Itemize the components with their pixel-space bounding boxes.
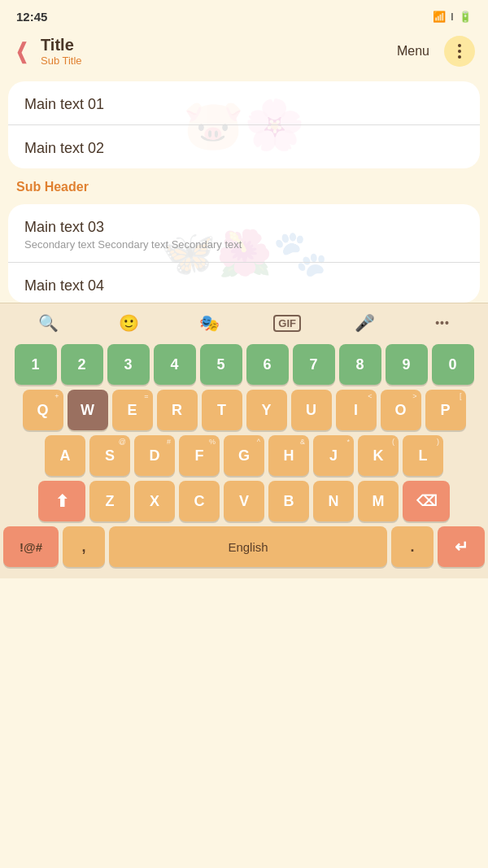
status-icons: 📶 Ⅰ 🔋: [433, 11, 472, 23]
key-o[interactable]: >O: [381, 390, 421, 430]
key-8[interactable]: 8: [339, 344, 381, 385]
key-y[interactable]: Y: [246, 390, 287, 430]
key-k[interactable]: (K: [358, 435, 399, 476]
key-r[interactable]: R: [157, 390, 198, 430]
list-item-3[interactable]: Main text 03 Secondary text Secondary te…: [8, 204, 480, 263]
key-t[interactable]: T: [202, 390, 242, 430]
emoji-toolbar-icon[interactable]: 🙂: [112, 310, 146, 336]
key-4[interactable]: 4: [154, 344, 196, 385]
overflow-menu-button[interactable]: [444, 36, 475, 67]
sub-header-label: Sub Header: [16, 180, 89, 194]
key-e[interactable]: =E: [112, 390, 153, 430]
key-1[interactable]: 1: [15, 344, 57, 385]
key-s[interactable]: @S: [89, 435, 130, 476]
key-j[interactable]: *J: [313, 435, 354, 476]
key-g[interactable]: ^G: [224, 435, 264, 476]
number-row: 1 2 3 4 5 6 7 8 9 0: [3, 344, 485, 385]
key-2[interactable]: 2: [61, 344, 103, 385]
back-button[interactable]: ❮: [15, 41, 28, 62]
key-m[interactable]: M: [358, 481, 399, 521]
key-9[interactable]: 9: [386, 344, 428, 385]
sticker-toolbar-icon[interactable]: 🎭: [193, 310, 226, 336]
key-a[interactable]: A: [45, 435, 85, 476]
key-u[interactable]: U: [291, 390, 332, 430]
key-f[interactable]: %F: [179, 435, 220, 476]
shift-key[interactable]: ⬆: [38, 481, 85, 521]
key-3[interactable]: 3: [107, 344, 150, 385]
key-6[interactable]: 6: [246, 344, 289, 385]
comma-key[interactable]: ,: [63, 526, 105, 567]
key-q[interactable]: +Q: [23, 390, 63, 430]
title-group: Title Sub Title: [41, 36, 387, 67]
key-n[interactable]: N: [313, 481, 354, 521]
gif-toolbar-button[interactable]: GIF: [273, 315, 301, 332]
key-z[interactable]: Z: [89, 481, 130, 521]
zxcv-row: ⬆ Z X C V B N M ⌫: [3, 481, 485, 521]
key-h[interactable]: &H: [268, 435, 309, 476]
top-bar: ❮ Title Sub Title Menu: [0, 29, 488, 78]
key-b[interactable]: B: [268, 481, 309, 521]
period-key[interactable]: .: [391, 526, 434, 567]
item-2-text: Main text 02: [24, 140, 464, 157]
menu-label[interactable]: Menu: [397, 44, 429, 59]
key-5[interactable]: 5: [200, 344, 242, 385]
keyboard: 1 2 3 4 5 6 7 8 9 0 +Q W =E R T Y U <I >…: [0, 341, 488, 578]
list-item-4[interactable]: Main text 04: [8, 263, 480, 303]
item-3-secondary: Secondary text Secondary text Secondary …: [24, 238, 464, 251]
key-l[interactable]: )L: [403, 435, 443, 476]
keyboard-toolbar: 🔍 🙂 🎭 GIF 🎤 •••: [0, 303, 488, 341]
item-1-text: Main text 01: [24, 96, 464, 113]
backspace-key[interactable]: ⌫: [403, 481, 450, 521]
more-toolbar-button[interactable]: •••: [429, 313, 456, 333]
symbols-key[interactable]: !@#: [3, 526, 59, 567]
space-key[interactable]: English: [109, 526, 387, 567]
item-4-text: Main text 04: [24, 277, 464, 294]
page-title: Title: [41, 36, 387, 55]
item-3-text: Main text 03: [24, 219, 464, 236]
content-block-2: 🦋🌺🐾 Main text 03 Secondary text Secondar…: [8, 204, 480, 303]
list-item-2[interactable]: Main text 02: [8, 125, 480, 168]
key-v[interactable]: V: [224, 481, 264, 521]
qwerty-row: +Q W =E R T Y U <I >O [P: [3, 390, 485, 430]
status-time: 12:45: [16, 10, 47, 24]
sub-header-section: Sub Header: [0, 172, 488, 201]
bottom-row: !@# , English . ↵: [3, 526, 485, 567]
signal-icon: Ⅰ: [451, 11, 454, 23]
content-block-1: 🐷🌸 Main text 01 Main text 02: [8, 81, 480, 168]
enter-key[interactable]: ↵: [438, 526, 485, 567]
page-subtitle: Sub Title: [41, 55, 387, 67]
dot2: [458, 50, 461, 53]
status-bar: 12:45 📶 Ⅰ 🔋: [0, 0, 488, 29]
dot3: [458, 55, 461, 59]
wifi-icon: 📶: [433, 11, 446, 23]
key-w[interactable]: W: [68, 390, 108, 430]
key-d[interactable]: #D: [134, 435, 175, 476]
key-c[interactable]: C: [179, 481, 220, 521]
battery-icon: 🔋: [459, 11, 472, 23]
list-item-1[interactable]: Main text 01: [8, 81, 480, 125]
key-p[interactable]: [P: [425, 390, 466, 430]
dot1: [458, 44, 461, 47]
mic-toolbar-icon[interactable]: 🎤: [348, 310, 381, 336]
search-toolbar-icon[interactable]: 🔍: [32, 310, 65, 336]
key-7[interactable]: 7: [293, 344, 335, 385]
key-i[interactable]: <I: [336, 390, 377, 430]
key-x[interactable]: X: [134, 481, 175, 521]
asdf-row: A @S #D %F ^G &H *J (K )L: [3, 435, 485, 476]
key-0[interactable]: 0: [432, 344, 474, 385]
